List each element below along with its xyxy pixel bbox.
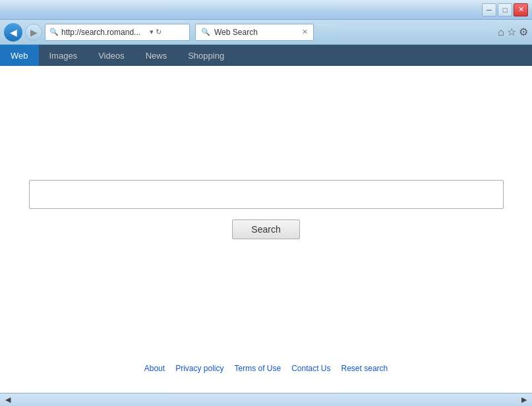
url-input[interactable]	[61, 28, 147, 37]
status-bar: ◀ ▶	[0, 393, 532, 406]
minimize-button[interactable]: ─	[482, 3, 496, 16]
new-tab-area	[316, 24, 336, 41]
nav-label-web: Web	[11, 51, 28, 61]
nav-item-web[interactable]: Web	[0, 45, 39, 66]
settings-icon[interactable]: ⚙	[519, 26, 528, 38]
nav-item-videos[interactable]: Videos	[88, 45, 135, 66]
search-tab-label: Web Search	[214, 28, 258, 37]
search-icon-small: 🔍	[49, 28, 59, 36]
home-icon[interactable]: ⌂	[498, 26, 504, 38]
forward-button[interactable]: ▶	[25, 24, 42, 41]
nav-bar: Web Images Videos News Shopping	[0, 45, 532, 66]
nav-label-shopping: Shopping	[188, 51, 224, 61]
address-icons: ▾ ↻	[150, 28, 162, 36]
search-tab[interactable]: 🔍 Web Search ✕	[195, 24, 314, 41]
address-bar[interactable]: 🔍 ▾ ↻	[45, 24, 190, 41]
address-row: ◀ ▶ 🔍 ▾ ↻ 🔍 Web Search ✕ ⌂ ☆ ⚙	[0, 20, 532, 45]
main-content: Search	[0, 66, 532, 393]
window-controls: ─ □ ✕	[482, 3, 528, 16]
toolbar-right: ⌂ ☆ ⚙	[498, 26, 528, 38]
nav-label-images: Images	[49, 51, 78, 61]
close-tab-button[interactable]: ✕	[302, 28, 308, 36]
nav-item-shopping[interactable]: Shopping	[177, 45, 235, 66]
search-input[interactable]	[29, 180, 504, 209]
content-wrapper: Search About Privacy policy Terms of Use…	[0, 66, 532, 393]
nav-item-news[interactable]: News	[135, 45, 178, 66]
footer-link-reset[interactable]: Reset search	[341, 364, 388, 373]
search-box-container: Search	[29, 180, 504, 239]
back-button[interactable]: ◀	[4, 23, 22, 42]
footer-links: About Privacy policy Terms of Use Contac…	[0, 364, 532, 373]
footer-link-contact[interactable]: Contact Us	[291, 364, 330, 373]
close-button[interactable]: ✕	[514, 3, 528, 16]
search-button[interactable]: Search	[232, 219, 299, 239]
dropdown-icon[interactable]: ▾	[150, 28, 154, 36]
footer-link-terms[interactable]: Terms of Use	[234, 364, 281, 373]
nav-label-videos: Videos	[98, 51, 125, 61]
title-bar: ─ □ ✕	[0, 0, 532, 20]
refresh-icon[interactable]: ↻	[156, 28, 162, 36]
footer-link-about[interactable]: About	[144, 364, 165, 373]
nav-label-news: News	[146, 51, 167, 61]
scroll-right-button[interactable]: ▶	[521, 395, 527, 404]
nav-item-images[interactable]: Images	[39, 45, 88, 66]
search-tab-icon: 🔍	[201, 28, 210, 36]
maximize-button[interactable]: □	[498, 3, 512, 16]
footer-link-privacy[interactable]: Privacy policy	[175, 364, 223, 373]
scroll-left-button[interactable]: ◀	[5, 395, 11, 404]
favorites-icon[interactable]: ☆	[507, 26, 516, 38]
